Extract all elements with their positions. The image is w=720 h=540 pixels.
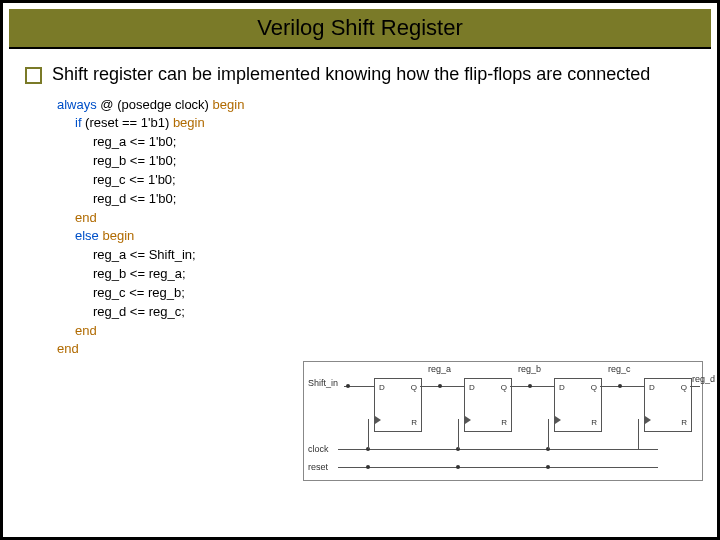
wire <box>510 386 554 387</box>
label-reg-c: reg_c <box>608 364 631 374</box>
verilog-code-block: always @ (posedge clock) begin if (reset… <box>57 96 697 360</box>
bullet-item: Shift register can be implemented knowin… <box>25 63 697 86</box>
slide-content: Shift register can be implemented knowin… <box>3 49 717 359</box>
bullet-text: Shift register can be implemented knowin… <box>52 63 650 86</box>
port-r: R <box>501 418 507 427</box>
title-bar: Verilog Shift Register <box>9 9 711 49</box>
port-q: Q <box>591 383 597 392</box>
kw-end: end <box>57 209 97 228</box>
slide-title: Verilog Shift Register <box>257 15 462 41</box>
kw-begin: begin <box>173 115 205 130</box>
wire <box>458 419 459 449</box>
node-dot <box>546 465 550 469</box>
node-dot <box>346 384 350 388</box>
label-reg-b: reg_b <box>518 364 541 374</box>
indent: else begin <box>57 227 134 246</box>
label-reset: reset <box>308 462 328 472</box>
code-text: reg_c <= reg_b; <box>57 284 185 303</box>
node-dot <box>438 384 442 388</box>
flipflop-d: D Q R <box>644 378 692 432</box>
port-d: D <box>469 383 475 392</box>
label-clock: clock <box>308 444 329 454</box>
node-dot <box>618 384 622 388</box>
node-dot <box>456 465 460 469</box>
port-d: D <box>559 383 565 392</box>
kw-end: end <box>57 322 97 341</box>
code-line: reg_c <= 1'b0; <box>57 171 697 190</box>
code-text: reg_d <= reg_c; <box>57 303 185 322</box>
code-line: reg_d <= 1'b0; <box>57 190 697 209</box>
code-line: if (reset == 1'b1) begin <box>57 114 697 133</box>
clock-triangle-icon <box>555 416 561 424</box>
kw-begin: begin <box>213 97 245 112</box>
node-dot <box>366 465 370 469</box>
wire <box>690 386 700 387</box>
clock-triangle-icon <box>375 416 381 424</box>
code-text: (reset == 1'b1) <box>82 115 173 130</box>
wire <box>420 386 464 387</box>
label-reg-d: reg_d <box>692 374 715 384</box>
wire <box>368 419 369 449</box>
code-line: reg_b <= 1'b0; <box>57 152 697 171</box>
port-r: R <box>411 418 417 427</box>
port-r: R <box>681 418 687 427</box>
wire <box>548 419 549 449</box>
code-line: reg_b <= reg_a; <box>57 265 697 284</box>
code-text: reg_a <= Shift_in; <box>57 246 196 265</box>
port-q: Q <box>501 383 507 392</box>
code-line: reg_a <= Shift_in; <box>57 246 697 265</box>
wire <box>600 386 644 387</box>
wire <box>638 419 639 449</box>
label-shift-in: Shift_in <box>308 378 338 388</box>
flipflop-b: D Q R <box>464 378 512 432</box>
code-text: reg_b <= reg_a; <box>57 265 186 284</box>
port-r: R <box>591 418 597 427</box>
code-line: end <box>57 340 697 359</box>
code-text: @ (posedge clock) <box>97 97 213 112</box>
port-d: D <box>379 383 385 392</box>
port-q: Q <box>681 383 687 392</box>
wire-reset <box>338 467 658 468</box>
port-q: Q <box>411 383 417 392</box>
code-line: else begin <box>57 227 697 246</box>
kw-end: end <box>57 341 79 356</box>
label-reg-a: reg_a <box>428 364 451 374</box>
code-line: end <box>57 322 697 341</box>
code-line: end <box>57 209 697 228</box>
shift-register-schematic: Shift_in clock reset D Q R D Q R D Q R D… <box>303 361 703 481</box>
code-line: reg_a <= 1'b0; <box>57 133 697 152</box>
code-line: always @ (posedge clock) begin <box>57 96 697 115</box>
node-dot <box>528 384 532 388</box>
flipflop-c: D Q R <box>554 378 602 432</box>
kw-always: always <box>57 97 97 112</box>
indent: if (reset == 1'b1) begin <box>57 114 205 133</box>
code-text: reg_b <= 1'b0; <box>57 152 176 171</box>
flipflop-a: D Q R <box>374 378 422 432</box>
port-d: D <box>649 383 655 392</box>
code-text: reg_a <= 1'b0; <box>57 133 176 152</box>
wire-clock <box>338 449 658 450</box>
clock-triangle-icon <box>645 416 651 424</box>
code-text: reg_d <= 1'b0; <box>57 190 176 209</box>
kw-begin: begin <box>102 228 134 243</box>
kw-else: else <box>75 228 102 243</box>
code-line: reg_c <= reg_b; <box>57 284 697 303</box>
code-line: reg_d <= reg_c; <box>57 303 697 322</box>
clock-triangle-icon <box>465 416 471 424</box>
code-text: reg_c <= 1'b0; <box>57 171 176 190</box>
slide-frame: Verilog Shift Register Shift register ca… <box>0 0 720 540</box>
bullet-square-icon <box>25 67 42 84</box>
